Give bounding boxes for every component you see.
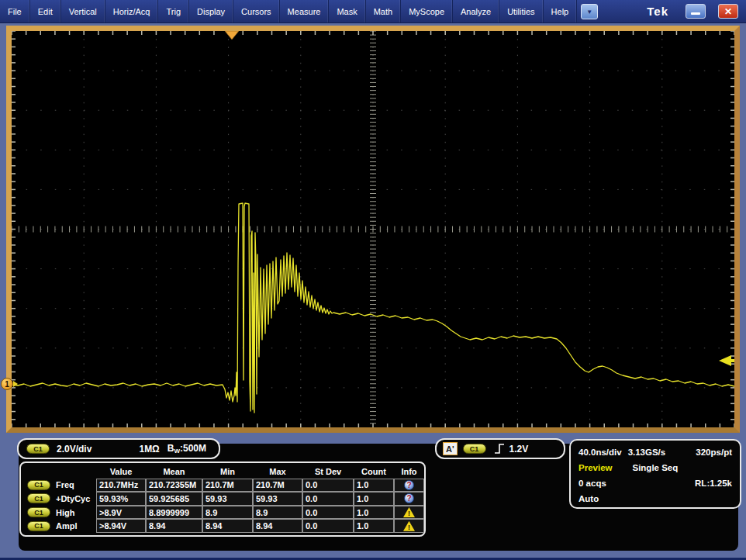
menu-item-measure[interactable]: Measure bbox=[280, 0, 330, 22]
measurement-min-cell: 8.9 bbox=[202, 506, 253, 520]
measurement-channel-badge: C1 bbox=[27, 507, 50, 517]
minimize-button[interactable] bbox=[686, 4, 706, 19]
trigger-source-chip: A' bbox=[443, 442, 458, 455]
measurement-value-cell: >8.9V bbox=[96, 506, 146, 520]
measurement-name: High bbox=[56, 508, 74, 517]
channel1-position-marker[interactable]: 1 bbox=[1, 378, 18, 390]
menu-item-horiz-acq[interactable]: Horiz/Acq bbox=[105, 0, 159, 22]
channel-marker-arrow-icon bbox=[13, 381, 18, 387]
waveform-display[interactable] bbox=[6, 26, 740, 433]
measurement-header-count: Count bbox=[354, 465, 394, 478]
sample-resolution: 320ps/pt bbox=[696, 448, 732, 457]
measurement-count-cell: 1.0 bbox=[354, 492, 394, 506]
minimize-icon bbox=[691, 12, 700, 15]
measurement-name: +DtyCyc bbox=[56, 494, 90, 503]
measurement-min-cell: 59.93 bbox=[202, 492, 253, 506]
oscilloscope-screen: { "window": { "logo": "Tek", "dropdown_g… bbox=[0, 0, 746, 560]
sample-rate: 3.13GS/s bbox=[628, 448, 666, 457]
measurement-name: Ampl bbox=[56, 521, 78, 531]
measurement-name: Freq bbox=[56, 480, 74, 489]
menu-item-display[interactable]: Display bbox=[189, 0, 233, 22]
measurement-header-st-dev: St Dev bbox=[302, 465, 354, 478]
measurement-mean-cell: 8.8999999 bbox=[146, 506, 202, 520]
measurement-info-cell[interactable]: ? bbox=[394, 492, 424, 506]
measurement-header-info: Info bbox=[394, 465, 424, 478]
measurement-header-spacer bbox=[24, 465, 96, 478]
measurement-stdev-cell: 0.0 bbox=[302, 479, 354, 493]
chevron-down-icon: ▼ bbox=[586, 9, 592, 16]
menu-dropdown-button[interactable]: ▼ bbox=[581, 4, 598, 19]
menu-item-vertical[interactable]: Vertical bbox=[61, 0, 105, 22]
waveform-svg bbox=[12, 31, 734, 427]
graticule-grid bbox=[12, 31, 734, 427]
menu-item-mask[interactable]: Mask bbox=[329, 0, 365, 22]
menu-item-file[interactable]: File bbox=[0, 0, 30, 22]
measurement-max-cell: 8.9 bbox=[253, 506, 302, 520]
measurement-info-cell[interactable]: ! bbox=[394, 506, 424, 520]
record-length: RL:1.25k bbox=[695, 479, 732, 488]
trigger-channel-badge: C1 bbox=[463, 444, 486, 454]
measurement-panel: ValueMeanMinMaxSt DevCountInfoC1Freq210.… bbox=[19, 461, 426, 537]
menu-item-help[interactable]: Help bbox=[544, 0, 578, 22]
rising-edge-icon bbox=[494, 443, 505, 455]
measurement-max-cell: 8.94 bbox=[253, 519, 302, 533]
warning-icon: ! bbox=[403, 507, 415, 517]
trigger-readout[interactable]: A' C1 1.2V bbox=[435, 438, 565, 459]
measurement-mean-cell: 59.925685 bbox=[146, 492, 202, 506]
trigger-level: 1.2V bbox=[509, 444, 529, 455]
measurement-row-label: C1High bbox=[24, 506, 96, 520]
measurement-count-cell: 1.0 bbox=[354, 506, 394, 520]
menubar-spacer bbox=[603, 0, 647, 22]
measurement-table: ValueMeanMinMaxSt DevCountInfoC1Freq210.… bbox=[24, 465, 424, 533]
menu-item-utilities[interactable]: Utilities bbox=[499, 0, 543, 22]
vertical-scale: 2.0V/div bbox=[57, 444, 92, 455]
bandwidth-readout: BW:500M bbox=[168, 443, 206, 455]
measurement-header-min: Min bbox=[202, 465, 253, 478]
trigger-mode: Auto bbox=[578, 494, 599, 503]
acquisition-count: 0 acqs bbox=[578, 479, 606, 488]
trigger-position-marker[interactable] bbox=[225, 31, 239, 40]
menu-item-myscope[interactable]: MyScope bbox=[401, 0, 453, 22]
measurement-stdev-cell: 0.0 bbox=[302, 492, 354, 506]
menu-item-math[interactable]: Math bbox=[366, 0, 401, 22]
measurement-mean-cell: 210.72355M bbox=[146, 479, 202, 493]
acquisition-mode: Single Seq bbox=[632, 463, 678, 472]
horizontal-readout[interactable]: 40.0ns/div 3.13GS/s 320ps/pt Preview Sin… bbox=[569, 439, 741, 509]
menu-item-cursors[interactable]: Cursors bbox=[233, 0, 280, 22]
measurement-min-cell: 210.7M bbox=[202, 479, 253, 493]
measurement-min-cell: 8.94 bbox=[202, 519, 253, 533]
tek-logo: Tek bbox=[647, 5, 668, 18]
measurement-channel-badge: C1 bbox=[27, 521, 50, 531]
menu-item-edit[interactable]: Edit bbox=[30, 0, 61, 22]
measurement-value-cell: >8.94V bbox=[96, 519, 146, 533]
close-icon: ✕ bbox=[724, 6, 732, 17]
measurement-row-label: C1+DtyCyc bbox=[24, 492, 96, 506]
measurement-max-cell: 210.7M bbox=[253, 479, 302, 493]
info-question-icon: ? bbox=[404, 493, 414, 503]
channel1-readout[interactable]: C1 2.0V/div 1MΩ BW:500M bbox=[17, 438, 220, 459]
measurement-header-mean: Mean bbox=[146, 465, 202, 478]
warning-icon: ! bbox=[403, 521, 415, 531]
info-question-icon: ? bbox=[404, 480, 414, 490]
measurement-header-max: Max bbox=[253, 465, 302, 478]
measurement-info-cell[interactable]: ! bbox=[394, 519, 424, 533]
menu-item-trig[interactable]: Trig bbox=[158, 0, 189, 22]
measurement-max-cell: 59.93 bbox=[253, 492, 302, 506]
measurement-count-cell: 1.0 bbox=[354, 519, 394, 533]
timebase: 40.0ns/div bbox=[578, 448, 622, 457]
preview-status: Preview bbox=[578, 463, 612, 472]
measurement-info-cell[interactable]: ? bbox=[394, 479, 424, 493]
menu-bar: FileEditVerticalHoriz/AcqTrigDisplayCurs… bbox=[0, 0, 746, 23]
measurement-row-label: C1Ampl bbox=[24, 519, 96, 533]
channel1-badge: C1 bbox=[26, 444, 50, 454]
measurement-value-cell: 210.7MHz bbox=[96, 479, 146, 493]
measurement-mean-cell: 8.94 bbox=[146, 519, 202, 533]
measurement-count-cell: 1.0 bbox=[354, 479, 394, 493]
measurement-stdev-cell: 0.0 bbox=[302, 519, 354, 533]
measurement-channel-badge: C1 bbox=[27, 480, 50, 490]
measurement-value-cell: 59.93% bbox=[96, 492, 146, 506]
measurement-stdev-cell: 0.0 bbox=[302, 506, 354, 520]
close-button[interactable]: ✕ bbox=[718, 4, 738, 19]
measurement-header-value: Value bbox=[96, 465, 146, 478]
menu-item-analyze[interactable]: Analyze bbox=[453, 0, 499, 22]
